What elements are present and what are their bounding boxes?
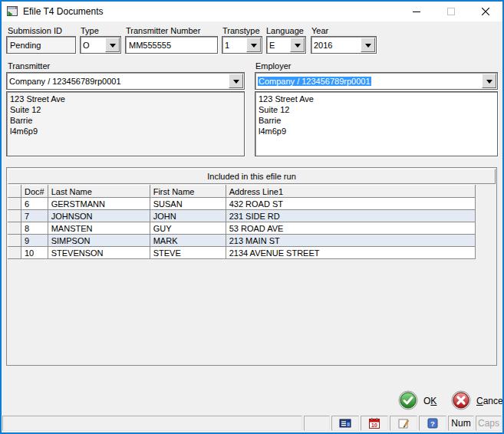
cancel-button[interactable]: Cancel	[451, 390, 504, 412]
table-row[interactable]: 9SIMPSONMARK213 MAIN ST	[8, 235, 496, 247]
status-empty-panel	[304, 416, 330, 431]
reports-icon[interactable]	[331, 416, 359, 431]
chevron-down-icon[interactable]	[246, 38, 261, 52]
dialog-client-area: Submission ID Type Transmitter Number Tr…	[2, 21, 502, 432]
language-label: Language	[266, 26, 304, 35]
status-message-panel	[2, 416, 302, 431]
row-selector[interactable]	[8, 222, 21, 235]
table-cell[interactable]: STEVENSON	[48, 247, 150, 259]
chevron-down-icon[interactable]	[361, 38, 375, 52]
caps-lock-indicator: Caps	[476, 416, 502, 431]
row-selector[interactable]	[8, 210, 21, 222]
row-filler	[475, 235, 495, 247]
table-cell[interactable]: JOHNSON	[48, 210, 150, 222]
transtype-combobox[interactable]: 1	[222, 36, 262, 54]
table-cell[interactable]: SUSAN	[150, 198, 226, 210]
chevron-down-icon[interactable]	[482, 74, 496, 88]
year-combobox[interactable]: 2016	[311, 36, 377, 54]
employer-label: Employer	[255, 61, 291, 71]
table-cell[interactable]: 213 MAIN ST	[226, 235, 475, 247]
grid-body: 6GERSTMANNSUSAN432 ROAD ST7JOHNSONJOHN23…	[8, 198, 496, 259]
employer-address-box: 123 Street Ave Suite 12 Barrie l4m6p9	[255, 91, 498, 156]
table-cell[interactable]: 9	[21, 235, 48, 247]
cancel-button-label: Cancel	[476, 396, 504, 406]
row-selector[interactable]	[8, 247, 21, 259]
table-cell[interactable]: JOHN	[150, 210, 226, 222]
row-filler	[475, 198, 495, 210]
window-title: Efile T4 Documents	[23, 6, 399, 17]
table-cell[interactable]: 7	[21, 210, 48, 222]
grid-caption: Included in this efile run	[8, 169, 496, 184]
table-cell[interactable]: MANSTEN	[48, 222, 150, 235]
table-cell[interactable]: 10	[21, 247, 48, 259]
table-row[interactable]: 7JOHNSONJOHN231 SIDE RD	[8, 210, 496, 222]
table-row[interactable]: 6GERSTMANNSUSAN432 ROAD ST	[8, 198, 496, 210]
column-header[interactable]: Doc#	[21, 186, 48, 198]
column-header[interactable]: First Name	[150, 186, 226, 198]
row-filler	[475, 210, 495, 222]
table-cell[interactable]: 8	[21, 222, 48, 235]
transmitter-number-field[interactable]: MM555555	[125, 36, 218, 54]
submission-id-field[interactable]: Pending	[6, 36, 76, 54]
calendar-icon[interactable]: 10	[361, 416, 388, 431]
table-row[interactable]: 10STEVENSONSTEVE2134 AVENUE STREET	[8, 247, 496, 259]
transmitter-label: Transmitter	[8, 61, 50, 71]
submission-id-label: Submission ID	[8, 26, 62, 35]
selected-text: Company / 123456789rp0001	[258, 77, 371, 86]
transmitter-combobox[interactable]: Company / 123456789rp0001	[6, 72, 245, 90]
num-lock-indicator: Num	[448, 416, 474, 431]
type-label: Type	[81, 26, 99, 35]
ok-button[interactable]: OK	[398, 390, 436, 412]
language-combobox[interactable]: E	[266, 36, 306, 54]
maximize-button	[433, 2, 468, 21]
app-icon	[6, 5, 18, 18]
table-cell[interactable]: STEVE	[150, 247, 226, 259]
table-cell[interactable]: 6	[21, 198, 48, 210]
title-bar: Efile T4 Documents	[2, 2, 502, 21]
help-icon[interactable]: ?	[419, 416, 446, 431]
column-header[interactable]: Last Name	[48, 186, 150, 198]
ok-button-label: OK	[423, 396, 436, 406]
table-cell[interactable]: 432 ROAD ST	[226, 198, 475, 210]
svg-text:?: ?	[430, 419, 435, 428]
grid-header-row: Doc#Last NameFirst NameAddress Line1	[8, 186, 496, 198]
svg-text:10: 10	[371, 422, 377, 428]
row-selector[interactable]	[8, 235, 21, 247]
cancel-x-icon	[451, 390, 471, 412]
notes-icon[interactable]	[390, 416, 417, 431]
column-header[interactable]: Address Line1	[226, 186, 475, 198]
table-cell[interactable]: SIMPSON	[48, 235, 150, 247]
chevron-down-icon[interactable]	[290, 38, 305, 52]
header-filler	[475, 186, 495, 198]
table-cell[interactable]: GERSTMANN	[48, 198, 150, 210]
efile-t4-dialog: Efile T4 Documents Submission ID Type Tr…	[0, 0, 504, 434]
row-selector[interactable]	[8, 198, 21, 210]
efile-grid: Included in this efile run Doc#Last Name…	[6, 167, 497, 366]
table-cell[interactable]: GUY	[150, 222, 226, 235]
table-row[interactable]: 8MANSTENGUY53 ROAD AVE	[8, 222, 496, 235]
minimize-button[interactable]	[399, 2, 433, 21]
chevron-down-icon[interactable]	[105, 38, 120, 52]
employer-combobox[interactable]: Company / 123456789rp0001	[255, 72, 498, 90]
chevron-down-icon[interactable]	[229, 74, 243, 88]
row-selector-header[interactable]	[8, 186, 21, 198]
table-cell[interactable]: MARK	[150, 235, 226, 247]
transmitter-number-label: Transmitter Number	[126, 26, 200, 35]
table-cell[interactable]: 53 ROAD AVE	[226, 222, 475, 235]
row-filler	[475, 222, 495, 235]
ok-check-icon	[398, 390, 418, 412]
table-cell[interactable]: 231 SIDE RD	[226, 210, 475, 222]
table-cell[interactable]: 2134 AVENUE STREET	[226, 247, 475, 259]
year-label: Year	[311, 26, 328, 35]
status-bar: 10 ? Num Caps	[2, 415, 502, 432]
transmitter-address-box: 123 Street Ave Suite 12 Barrie l4m6p9	[6, 91, 245, 156]
type-combobox[interactable]: O	[80, 36, 121, 54]
row-filler	[475, 247, 495, 259]
transtype-label: Transtype	[222, 26, 260, 35]
efile-table: Doc#Last NameFirst NameAddress Line1 6GE…	[8, 185, 496, 259]
close-button[interactable]	[468, 2, 502, 21]
